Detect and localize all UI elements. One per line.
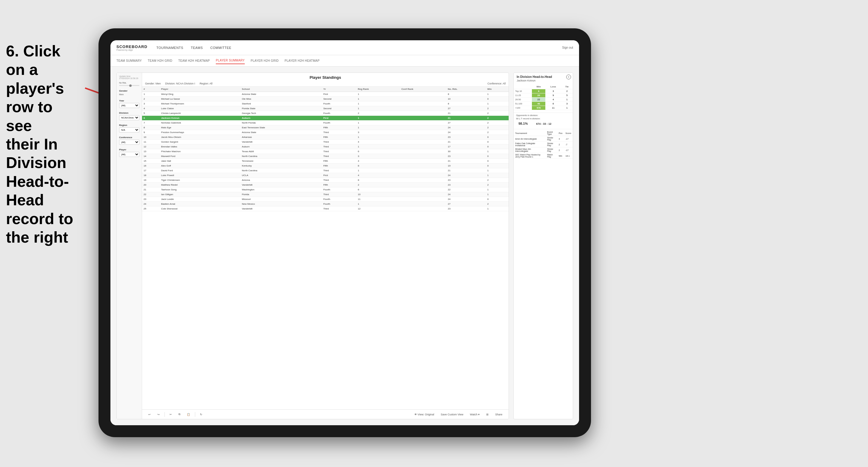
table-row[interactable]: 20 Matthew Riedel Vanderbilt Fifth 2 23 … <box>142 183 508 187</box>
h2h-row: Top 10 8 3 2 <box>514 89 573 93</box>
h2h-close-button[interactable]: × <box>566 74 571 80</box>
h2h-cell-win: 8 <box>532 89 545 93</box>
table-row[interactable]: 6 Jackson Koivun Auburn First 1 21 2 <box>142 116 508 121</box>
table-row[interactable]: 16 Alex Goff Kentucky Fifth 8 19 0 <box>142 163 508 168</box>
gender-chip: Gender: Men <box>145 82 161 85</box>
paste-button[interactable]: 📋 <box>185 412 192 416</box>
app-subtitle: Powered by clippi <box>116 49 148 51</box>
refresh-button[interactable]: ↻ <box>198 412 204 416</box>
save-custom-button[interactable]: Save Custom View <box>439 412 465 416</box>
redo-button[interactable]: ↪ <box>156 412 161 416</box>
share-button[interactable]: Share <box>493 412 504 416</box>
cell-player: Michael La Sasse <box>160 97 240 101</box>
table-row[interactable]: 9 Preston Summerhays Arizona State Third… <box>142 130 508 135</box>
region-filter-label: Region <box>119 124 140 127</box>
conference-filter-select[interactable]: (All) <box>119 139 140 145</box>
h2h-row: 51-100 46 6 3 <box>514 102 573 106</box>
h2h-cell-label: >100 <box>514 106 532 110</box>
cell-no-rds: 30 <box>446 149 486 154</box>
table-row[interactable]: 22 Ian Gilligan Florida Third 10 24 1 <box>142 192 508 197</box>
cell-no-rds: 17 <box>446 145 486 149</box>
table-row[interactable]: 10 Jacob Mou-Olesen Arkansas Fifth 1 23 … <box>142 135 508 139</box>
nav-tournaments[interactable]: TOURNAMENTS <box>156 44 183 51</box>
division-filter: Division NCAA Division I <box>119 112 140 120</box>
tab-player-h2h-grid[interactable]: PLAYER H2H GRID <box>251 58 279 64</box>
nav-committee[interactable]: COMMITTEE <box>211 44 231 51</box>
table-row[interactable]: 14 Maxwell Ford North Carolina Third 3 2… <box>142 154 508 159</box>
region-filter-select[interactable]: N/A <box>119 127 140 132</box>
cell-school: Ole Miss <box>240 97 322 101</box>
table-row[interactable]: 18 Luke Powell UCLA First 4 24 1 <box>142 173 508 178</box>
cell-conf-rank <box>400 121 446 125</box>
table-row[interactable]: 25 Cole Sherwood Vanderbilt Third 12 23 … <box>142 207 508 211</box>
cell-school: UCLA <box>240 173 322 178</box>
h2h-col-tie: Tie <box>561 85 573 89</box>
cell-reg-rank: 4 <box>356 173 400 178</box>
table-row[interactable]: 4 Luke Claton Florida State Second 1 27 … <box>142 106 508 111</box>
cell-rank: 6 <box>142 116 160 121</box>
scissors-button[interactable]: ✂ <box>168 412 174 416</box>
cell-conf-rank <box>400 207 446 211</box>
col-win: Win <box>486 87 508 92</box>
cell-yr: Fourth <box>322 111 356 116</box>
tab-player-summary[interactable]: PLAYER SUMMARY <box>216 57 245 64</box>
table-row[interactable]: 8 Mats Ege East Tennessee State Fifth 1 … <box>142 125 508 130</box>
table-row[interactable]: 21 Taehoon Song Washington Fourth 6 22 1 <box>142 187 508 192</box>
h2h-cell-loss: 4 <box>545 98 561 102</box>
table-row[interactable]: 19 Tiger Christensen Arizona Third 8 23 … <box>142 178 508 183</box>
tab-team-summary[interactable]: TEAM SUMMARY <box>116 58 142 64</box>
cell-school: Stanford <box>240 101 322 106</box>
cell-win: 1 <box>486 192 508 197</box>
table-row[interactable]: 11 Gordon Sargent Vanderbilt Third 4 21 … <box>142 139 508 145</box>
table-row[interactable]: 5 Christo Lamprecht Georgia Tech Fourth … <box>142 111 508 116</box>
nav-teams[interactable]: TEAMS <box>191 44 203 51</box>
table-row[interactable]: 1 Wenyi Ding Arizona State First 1 8 1 <box>142 92 508 97</box>
slider-thumb[interactable] <box>129 85 132 87</box>
table-row[interactable]: 7 Nicholas Gabrelcik North Florida Fourt… <box>142 121 508 125</box>
h2h-col-win: Win <box>532 85 545 89</box>
table-row[interactable]: 3 Michael Thorbjornsen Stanford Fourth 1… <box>142 101 508 106</box>
t-cell-name: Mirabel Maui Jim Intercollegiate <box>514 147 546 153</box>
cell-player: Taehoon Song <box>160 187 240 192</box>
cell-school: Vanderbilt <box>240 139 322 145</box>
table-row[interactable]: 24 Bastien Amat New Mexico Fourth 1 27 2 <box>142 202 508 207</box>
table-row[interactable]: 13 Phichakn Maichon Texas A&M Third 6 30… <box>142 149 508 154</box>
table-row[interactable]: 15 Jake Hall Tennessee Fifth 4 21 0 <box>142 159 508 163</box>
watch-button[interactable]: Watch ▾ <box>468 412 482 416</box>
table-row[interactable]: 17 David Ford North Carolina Third 1 21 … <box>142 168 508 173</box>
copy-button[interactable]: ⧉ <box>177 412 182 416</box>
table-row[interactable]: 23 Jack Lundin Missouri Fourth 11 24 0 <box>142 197 508 202</box>
player-filter-select[interactable]: (All) <box>119 152 140 157</box>
no-rds-filter: No Rds. <box>119 82 140 86</box>
table-row[interactable]: 12 Brendan Valles Auburn Third 1 17 0 <box>142 145 508 149</box>
year-filter-select[interactable]: (All) <box>119 103 140 108</box>
cell-win: 2 <box>486 116 508 121</box>
cell-player: Jackson Koivun <box>160 116 240 121</box>
undo-button[interactable]: ↩ <box>147 412 153 416</box>
table-row[interactable]: 2 Michael La Sasse Ole Miss Second 1 10 … <box>142 97 508 101</box>
cell-yr: Fourth <box>322 187 356 192</box>
sign-out-button[interactable]: Sign out <box>562 46 573 49</box>
cell-reg-rank: 1 <box>356 116 400 121</box>
table-scroll[interactable]: # Player School Yr Reg Rank Conf Rank No… <box>142 87 508 409</box>
layout-button[interactable]: ⊞ <box>485 412 490 416</box>
view-original-button[interactable]: 👁 View: Original <box>412 412 436 416</box>
t-col-pos: Pos <box>557 130 564 136</box>
cell-no-rds: 21 <box>446 168 486 173</box>
cell-rank: 4 <box>142 106 160 111</box>
cell-reg-rank: 8 <box>356 163 400 168</box>
cell-conf-rank <box>400 149 446 154</box>
division-filter-select[interactable]: NCAA Division I <box>119 115 140 120</box>
tab-team-h2h-heatmap[interactable]: TEAM H2H HEATMAP <box>178 58 210 64</box>
slider-track[interactable] <box>119 85 140 86</box>
cell-win: 1 <box>486 187 508 192</box>
tab-team-h2h-grid[interactable]: TEAM H2H GRID <box>148 58 172 64</box>
h2h-table: Win Loss Tie Top 10 8 3 2 11-25 20 9 5 2… <box>514 85 573 110</box>
tab-player-h2h-heatmap[interactable]: PLAYER H2H HEATMAP <box>285 58 320 64</box>
t-cell-score: -17 <box>564 147 573 153</box>
cell-rank: 17 <box>142 168 160 173</box>
logo-area: SCOREBOARD Powered by clippi <box>116 44 148 51</box>
cell-yr: Third <box>322 178 356 183</box>
conference-filter-label: Conference <box>119 136 140 139</box>
cell-school: East Tennessee State <box>240 125 322 130</box>
